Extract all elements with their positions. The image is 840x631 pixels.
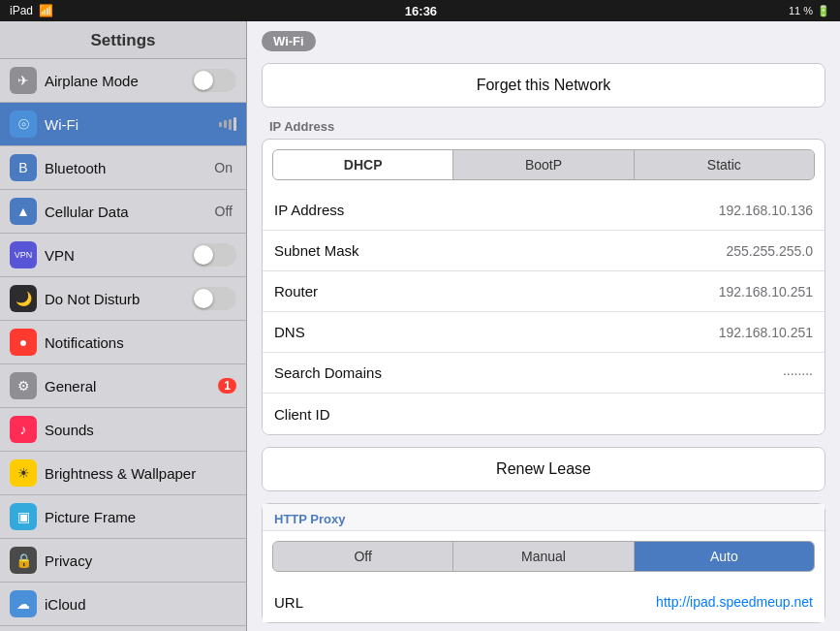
sidebar-item-icloud[interactable]: ☁iCloud <box>0 583 246 626</box>
seg-bootp[interactable]: BootP <box>453 150 634 179</box>
main-layout: Settings ✈Airplane Mode⦾Wi-FiBBluetoothO… <box>0 21 840 631</box>
sidebar-item-airplane-mode[interactable]: ✈Airplane Mode <box>0 59 246 103</box>
seg-proxy-manual[interactable]: Manual <box>453 542 634 571</box>
row-value-ip: 192.168.10.136 <box>719 203 813 218</box>
ip-address-card: DHCP BootP Static IP Address 192.168.10.… <box>262 139 825 435</box>
forget-network-card: Forget this Network <box>262 63 825 108</box>
row-label-url: URL <box>274 594 656 611</box>
sidebar-label-airplane-mode: Airplane Mode <box>45 73 192 89</box>
sidebar-items-container: ✈Airplane Mode⦾Wi-FiBBluetoothOn▲Cellula… <box>0 59 246 631</box>
sidebar-item-privacy[interactable]: 🔒Privacy <box>0 539 246 583</box>
sidebar-item-mail[interactable]: ✉Mail, Contacts, Calendars <box>0 626 246 631</box>
sidebar-title: Settings <box>0 21 246 59</box>
item-value-bluetooth: On <box>214 160 233 175</box>
renew-lease-button[interactable]: Renew Lease <box>263 448 824 490</box>
status-left: iPad 📶 <box>10 4 53 17</box>
wifi-icon: ⦾ <box>10 110 37 138</box>
row-label-client-id: Client ID <box>274 406 813 423</box>
sidebar-label-bluetooth: Bluetooth <box>45 160 214 176</box>
wifi-breadcrumb: Wi-Fi <box>262 31 316 51</box>
sidebar-item-cellular-data[interactable]: ▲Cellular DataOff <box>0 190 246 234</box>
privacy-icon: 🔒 <box>10 547 37 574</box>
notifications-icon: ● <box>10 329 37 356</box>
sidebar-item-notifications[interactable]: ●Notifications <box>0 321 246 364</box>
proxy-section: HTTP Proxy Off Manual Auto URL http://ip… <box>262 503 825 623</box>
proxy-header: HTTP Proxy <box>263 504 824 531</box>
seg-proxy-auto[interactable]: Auto <box>635 542 814 571</box>
sidebar-label-privacy: Privacy <box>45 552 236 569</box>
status-bar: iPad 📶 16:36 11 % 🔋 <box>0 0 840 21</box>
table-row: Search Domains ········ <box>263 353 824 394</box>
icloud-icon: ☁ <box>10 590 37 617</box>
sidebar-label-notifications: Notifications <box>45 334 236 351</box>
row-label-ip: IP Address <box>274 202 719 218</box>
battery-label: 11 % <box>789 5 813 16</box>
sidebar-item-sounds[interactable]: ♪Sounds <box>0 408 246 452</box>
seg-proxy-off[interactable]: Off <box>273 542 453 571</box>
picture-frame-icon: ▣ <box>10 503 37 530</box>
brightness-icon: ☀ <box>10 459 37 487</box>
battery-icon: 🔋 <box>817 5 830 17</box>
ipad-label: iPad <box>10 4 33 17</box>
airplane-mode-icon: ✈ <box>10 67 37 94</box>
sounds-icon: ♪ <box>10 416 37 443</box>
sidebar-item-bluetooth[interactable]: BBluetoothOn <box>0 146 246 190</box>
row-value-search-domains: ········ <box>783 365 813 381</box>
toggle-do-not-disturb[interactable] <box>192 287 236 310</box>
row-label-router: Router <box>274 283 719 300</box>
bluetooth-icon: B <box>10 154 37 181</box>
sidebar-label-general: General <box>45 378 218 394</box>
sidebar-item-brightness[interactable]: ☀Brightness & Wallpaper <box>0 452 246 495</box>
table-row-url: URL http://ipad.speedmeup.net <box>263 582 824 622</box>
table-row: IP Address 192.168.10.136 <box>263 190 824 231</box>
table-row: Router 192.168.10.251 <box>263 271 824 312</box>
row-label-subnet: Subnet Mask <box>274 242 726 259</box>
sidebar-item-vpn[interactable]: VPNVPN <box>0 234 246 277</box>
row-label-dns: DNS <box>274 324 719 340</box>
content-area: Wi-Fi Forget this Network IP Address DHC… <box>247 21 840 631</box>
seg-static[interactable]: Static <box>635 150 814 179</box>
row-value-subnet: 255.255.255.0 <box>726 243 813 259</box>
row-value-url: http://ipad.speedmeup.net <box>656 594 813 610</box>
sidebar-label-icloud: iCloud <box>45 596 236 613</box>
proxy-segmented-control: Off Manual Auto <box>272 541 815 572</box>
item-value-cellular-data: Off <box>215 204 233 219</box>
sidebar-label-do-not-disturb: Do Not Disturb <box>45 291 192 307</box>
wifi-bars <box>219 117 236 131</box>
sidebar-item-wifi[interactable]: ⦾Wi-Fi <box>0 103 246 146</box>
table-row: Subnet Mask 255.255.255.0 <box>263 231 824 271</box>
sidebar-label-vpn: VPN <box>45 247 192 264</box>
cellular-data-icon: ▲ <box>10 198 37 225</box>
sidebar-label-picture-frame: Picture Frame <box>45 509 236 525</box>
sidebar-item-do-not-disturb[interactable]: 🌙Do Not Disturb <box>0 277 246 321</box>
renew-lease-card: Renew Lease <box>262 447 825 491</box>
toggle-airplane-mode[interactable] <box>192 69 236 92</box>
sidebar-label-cellular-data: Cellular Data <box>45 204 215 220</box>
row-value-dns: 192.168.10.251 <box>719 325 813 340</box>
seg-dhcp[interactable]: DHCP <box>273 150 453 179</box>
sidebar: Settings ✈Airplane Mode⦾Wi-FiBBluetoothO… <box>0 21 247 631</box>
vpn-icon: VPN <box>10 241 37 268</box>
row-label-search-domains: Search Domains <box>274 364 783 381</box>
do-not-disturb-icon: 🌙 <box>10 285 37 312</box>
status-right: 11 % 🔋 <box>789 5 830 17</box>
ip-segmented-control: DHCP BootP Static <box>272 149 815 180</box>
sidebar-label-brightness: Brightness & Wallpaper <box>45 465 236 482</box>
toggle-vpn[interactable] <box>192 243 236 267</box>
sidebar-item-picture-frame[interactable]: ▣Picture Frame <box>0 495 246 539</box>
general-icon: ⚙ <box>10 372 37 399</box>
table-row: DNS 192.168.10.251 <box>263 312 824 353</box>
badge-general: 1 <box>218 378 236 394</box>
wifi-icon: 📶 <box>39 4 53 17</box>
ip-section-label: IP Address <box>269 119 825 134</box>
status-time: 16:36 <box>405 4 437 18</box>
sidebar-item-general[interactable]: ⚙General1 <box>0 364 246 408</box>
forget-network-button[interactable]: Forget this Network <box>263 64 824 107</box>
sidebar-label-sounds: Sounds <box>45 422 236 438</box>
table-row: Client ID <box>263 394 824 434</box>
row-value-router: 192.168.10.251 <box>719 284 813 300</box>
sidebar-label-wifi: Wi-Fi <box>45 116 219 133</box>
